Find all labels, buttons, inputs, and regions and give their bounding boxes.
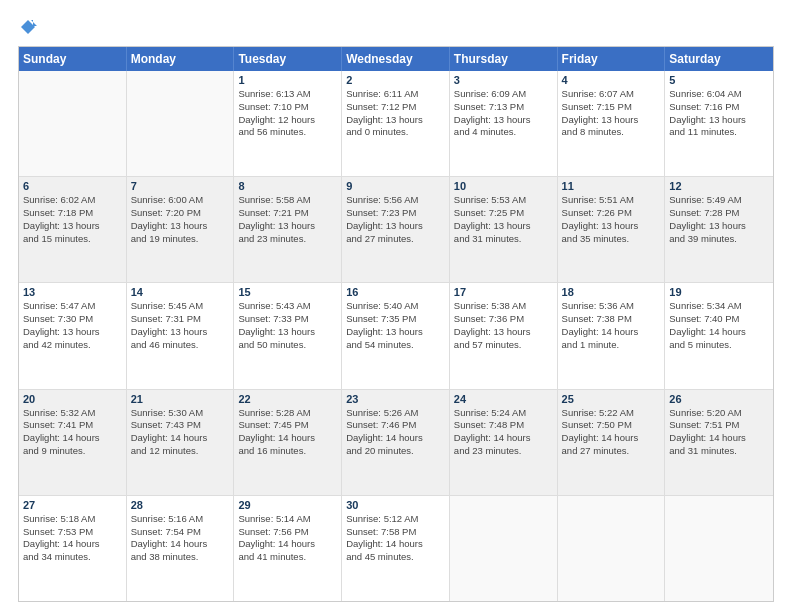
cell-info-line: Sunset: 7:26 PM [562,207,661,220]
cell-info-line: Sunset: 7:16 PM [669,101,769,114]
cell-info-line: Sunrise: 6:13 AM [238,88,337,101]
cell-info-line: Sunset: 7:23 PM [346,207,445,220]
day-number: 5 [669,74,769,86]
cell-info-line: and 34 minutes. [23,551,122,564]
header-cell-wednesday: Wednesday [342,47,450,71]
cell-info-line: Sunrise: 5:56 AM [346,194,445,207]
cell-info-line: and 1 minute. [562,339,661,352]
week-row: 13Sunrise: 5:47 AMSunset: 7:30 PMDayligh… [19,283,773,389]
calendar-cell: 5Sunrise: 6:04 AMSunset: 7:16 PMDaylight… [665,71,773,176]
cell-info-line: Daylight: 14 hours [562,432,661,445]
calendar-cell: 20Sunrise: 5:32 AMSunset: 7:41 PMDayligh… [19,390,127,495]
cell-info-line: Sunrise: 5:26 AM [346,407,445,420]
day-number: 2 [346,74,445,86]
logo-icon [19,18,37,36]
cell-info-line: Sunrise: 6:02 AM [23,194,122,207]
cell-info-line: Sunset: 7:54 PM [131,526,230,539]
calendar-cell [127,71,235,176]
day-number: 13 [23,286,122,298]
cell-info-line: Daylight: 14 hours [346,432,445,445]
day-number: 22 [238,393,337,405]
cell-info-line: Sunrise: 6:11 AM [346,88,445,101]
cell-info-line: Sunrise: 5:18 AM [23,513,122,526]
calendar-cell: 30Sunrise: 5:12 AMSunset: 7:58 PMDayligh… [342,496,450,601]
day-number: 11 [562,180,661,192]
cell-info-line: and 46 minutes. [131,339,230,352]
day-number: 4 [562,74,661,86]
calendar-cell: 3Sunrise: 6:09 AMSunset: 7:13 PMDaylight… [450,71,558,176]
cell-info-line: Daylight: 14 hours [562,326,661,339]
day-number: 20 [23,393,122,405]
calendar-body: 1Sunrise: 6:13 AMSunset: 7:10 PMDaylight… [19,71,773,601]
cell-info-line: and 57 minutes. [454,339,553,352]
calendar-cell [558,496,666,601]
day-number: 27 [23,499,122,511]
cell-info-line: Sunset: 7:41 PM [23,419,122,432]
cell-info-line: Sunset: 7:21 PM [238,207,337,220]
cell-info-line: Sunset: 7:25 PM [454,207,553,220]
calendar-cell: 19Sunrise: 5:34 AMSunset: 7:40 PMDayligh… [665,283,773,388]
cell-info-line: Sunset: 7:28 PM [669,207,769,220]
calendar-cell: 27Sunrise: 5:18 AMSunset: 7:53 PMDayligh… [19,496,127,601]
cell-info-line: Sunset: 7:51 PM [669,419,769,432]
cell-info-line: and 15 minutes. [23,233,122,246]
day-number: 1 [238,74,337,86]
cell-info-line: Daylight: 14 hours [238,538,337,551]
header-cell-tuesday: Tuesday [234,47,342,71]
cell-info-line: Daylight: 13 hours [131,326,230,339]
cell-info-line: Sunrise: 5:24 AM [454,407,553,420]
calendar-cell: 14Sunrise: 5:45 AMSunset: 7:31 PMDayligh… [127,283,235,388]
cell-info-line: Sunset: 7:35 PM [346,313,445,326]
cell-info-line: Sunrise: 5:45 AM [131,300,230,313]
cell-info-line: and 35 minutes. [562,233,661,246]
cell-info-line: Sunset: 7:30 PM [23,313,122,326]
day-number: 3 [454,74,553,86]
day-number: 7 [131,180,230,192]
cell-info-line: Sunset: 7:31 PM [131,313,230,326]
calendar-cell: 8Sunrise: 5:58 AMSunset: 7:21 PMDaylight… [234,177,342,282]
cell-info-line: and 31 minutes. [669,445,769,458]
cell-info-line: Sunset: 7:36 PM [454,313,553,326]
week-row: 20Sunrise: 5:32 AMSunset: 7:41 PMDayligh… [19,390,773,496]
cell-info-line: and 56 minutes. [238,126,337,139]
cell-info-line: Daylight: 13 hours [454,114,553,127]
cell-info-line: and 50 minutes. [238,339,337,352]
cell-info-line: Sunrise: 5:16 AM [131,513,230,526]
cell-info-line: Sunrise: 6:04 AM [669,88,769,101]
day-number: 10 [454,180,553,192]
cell-info-line: Daylight: 13 hours [346,114,445,127]
cell-info-line: and 23 minutes. [454,445,553,458]
cell-info-line: Daylight: 14 hours [669,432,769,445]
cell-info-line: and 27 minutes. [346,233,445,246]
cell-info-line: Sunrise: 5:14 AM [238,513,337,526]
cell-info-line: Sunrise: 5:12 AM [346,513,445,526]
cell-info-line: Sunset: 7:43 PM [131,419,230,432]
cell-info-line: Sunset: 7:33 PM [238,313,337,326]
cell-info-line: and 16 minutes. [238,445,337,458]
cell-info-line: Daylight: 13 hours [454,220,553,233]
cell-info-line: Sunset: 7:53 PM [23,526,122,539]
calendar-cell [19,71,127,176]
calendar-cell: 7Sunrise: 6:00 AMSunset: 7:20 PMDaylight… [127,177,235,282]
header-cell-friday: Friday [558,47,666,71]
cell-info-line: and 4 minutes. [454,126,553,139]
cell-info-line: and 11 minutes. [669,126,769,139]
cell-info-line: Sunset: 7:12 PM [346,101,445,114]
cell-info-line: and 45 minutes. [346,551,445,564]
cell-info-line: Daylight: 14 hours [454,432,553,445]
calendar-cell: 29Sunrise: 5:14 AMSunset: 7:56 PMDayligh… [234,496,342,601]
cell-info-line: and 54 minutes. [346,339,445,352]
cell-info-line: and 8 minutes. [562,126,661,139]
week-row: 6Sunrise: 6:02 AMSunset: 7:18 PMDaylight… [19,177,773,283]
cell-info-line: Sunset: 7:48 PM [454,419,553,432]
cell-info-line: Sunset: 7:18 PM [23,207,122,220]
header-cell-sunday: Sunday [19,47,127,71]
cell-info-line: Daylight: 13 hours [23,326,122,339]
cell-info-line: and 5 minutes. [669,339,769,352]
cell-info-line: Daylight: 13 hours [238,326,337,339]
day-number: 16 [346,286,445,298]
day-number: 12 [669,180,769,192]
cell-info-line: Daylight: 13 hours [669,114,769,127]
calendar-cell: 12Sunrise: 5:49 AMSunset: 7:28 PMDayligh… [665,177,773,282]
cell-info-line: Daylight: 13 hours [454,326,553,339]
